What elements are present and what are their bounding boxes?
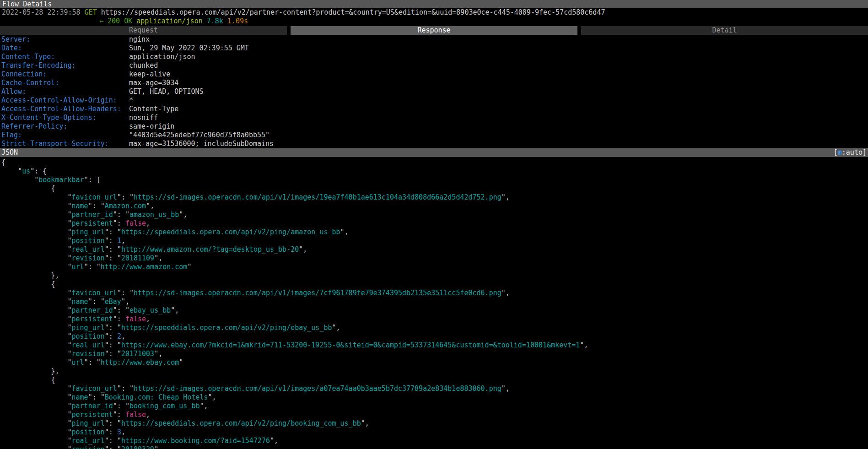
json-section-bar: JSON [m:auto] (0, 148, 868, 157)
tab-detail[interactable]: Detail (581, 26, 868, 35)
response-arrow-icon: ← (99, 17, 103, 25)
header-value: max-age=3034 (129, 79, 178, 87)
header-value: keep-alive (129, 70, 170, 79)
response-duration: 1.09s (227, 17, 248, 25)
view-mode-indicator[interactable]: [m:auto] (834, 148, 867, 157)
view-mode-key: m (838, 148, 842, 157)
header-name: Content-Type: (1, 53, 129, 61)
response-header-row: Connection:keep-alive (0, 70, 868, 79)
header-value: "4403d5e425edebf77c960d75f8a0bb55" (129, 131, 270, 140)
http-method: GET (85, 8, 97, 16)
tab-response[interactable]: Response (291, 26, 577, 35)
response-header-row: Access-Control-Allow-Headers:Content-Typ… (0, 105, 868, 114)
header-name: Date: (1, 44, 129, 53)
request-url: https://speeddials.opera.com/api/v2/part… (101, 8, 605, 16)
header-name: Referrer-Policy: (1, 122, 129, 131)
response-header-row: Content-Type:application/json (0, 53, 868, 61)
header-value: nginx (129, 35, 150, 44)
response-status: 200 OK (108, 17, 132, 25)
json-section-label: JSON (1, 148, 18, 157)
header-value: Content-Type (129, 105, 178, 114)
header-value: Sun, 29 May 2022 02:39:55 GMT (129, 44, 249, 53)
header-name: ETag: (1, 131, 129, 140)
flow-tabs: Request Response Detail (0, 26, 868, 35)
header-name: X-Content-Type-Options: (1, 114, 129, 122)
header-name: Transfer-Encoding: (1, 61, 129, 70)
header-name: Cache-Control: (1, 79, 129, 87)
response-header-row: Strict-Transport-Security:max-age=315360… (0, 140, 868, 148)
response-header-row: Transfer-Encoding:chunked (0, 61, 868, 70)
response-header-row: Server:nginx (0, 35, 868, 44)
header-name: Access-Control-Allow-Headers: (1, 105, 129, 114)
response-content-type: application/json (136, 17, 203, 25)
tab-request[interactable]: Request (0, 26, 287, 35)
header-value: max-age=31536000; includeSubDomains (129, 140, 274, 148)
header-value: nosniff (129, 114, 158, 122)
json-body[interactable]: { "us": { "bookmarkbar": [ { "favicon_ur… (0, 157, 868, 449)
header-name: Connection: (1, 70, 129, 79)
response-header-row: Allow:GET, HEAD, OPTIONS (0, 87, 868, 96)
window-title: Flow Details (0, 0, 868, 8)
flow-details-window: Flow Details 2022-05-28 22:39:58GEThttps… (0, 0, 868, 449)
flow-timestamp: 2022-05-28 22:39:58 (2, 8, 81, 16)
response-header-row: Cache-Control:max-age=3034 (0, 79, 868, 87)
header-value: * (129, 96, 133, 105)
response-header-row: ETag:"4403d5e425edebf77c960d75f8a0bb55" (0, 131, 868, 140)
response-header-row: Date:Sun, 29 May 2022 02:39:55 GMT (0, 44, 868, 53)
header-value: same-origin (129, 122, 174, 131)
response-size: 7.8k (207, 17, 223, 25)
response-headers-list: Server:nginxDate:Sun, 29 May 2022 02:39:… (0, 35, 868, 148)
header-value: application/json (129, 53, 195, 61)
response-header-row: X-Content-Type-Options:nosniff (0, 114, 868, 122)
header-value: GET, HEAD, OPTIONS (129, 87, 204, 96)
response-header-row: Referrer-Policy:same-origin (0, 122, 868, 131)
header-name: Server: (1, 35, 129, 44)
header-name: Access-Control-Allow-Origin: (1, 96, 129, 105)
response-header-row: Access-Control-Allow-Origin:* (0, 96, 868, 105)
header-name: Allow: (1, 87, 129, 96)
header-name: Strict-Transport-Security: (1, 140, 129, 148)
request-summary-line: 2022-05-28 22:39:58GEThttps://speeddials… (0, 8, 868, 17)
header-value: chunked (129, 61, 158, 70)
response-summary-line: ←200 OKapplication/json7.8k1.09s (0, 17, 868, 26)
